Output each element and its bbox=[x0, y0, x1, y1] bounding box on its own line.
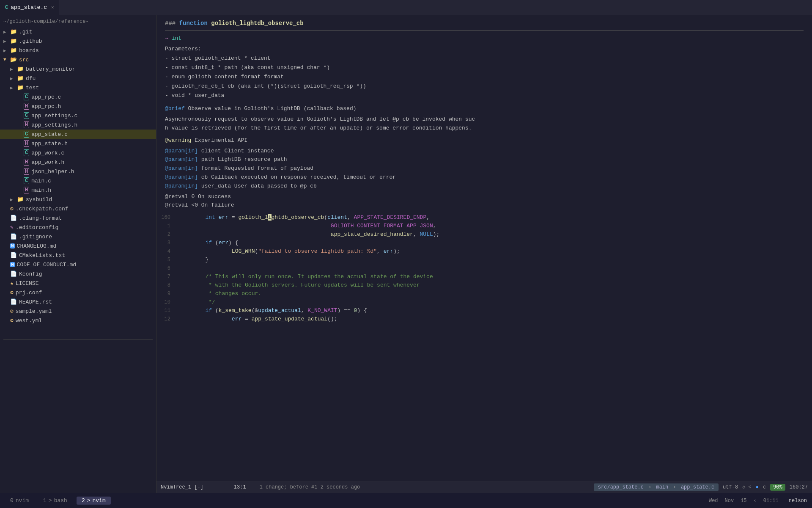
sidebar-item-west-yml[interactable]: ▶ ⚙ west.yml bbox=[0, 316, 156, 325]
sidebar-item-label: app_work.c bbox=[31, 150, 64, 156]
chevron-right-icon: ▶ bbox=[10, 85, 15, 91]
doc-param-user-data: @param[in] user_data User data passed to… bbox=[165, 182, 804, 191]
license-icon: ★ bbox=[10, 280, 14, 287]
sidebar-item-sysbuild[interactable]: ▶ 📁 sysbuild bbox=[0, 195, 156, 204]
scroll-percent: 90% bbox=[770, 484, 785, 491]
chevron-right-icon: ▶ bbox=[3, 39, 8, 44]
line-number: 2 bbox=[156, 230, 176, 239]
return-type: int bbox=[172, 35, 181, 41]
sidebar-item-sample-yaml[interactable]: ▶ ⚙ sample.yaml bbox=[0, 306, 156, 316]
sidebar-item-app-work-h[interactable]: ▶ H app_work.h bbox=[0, 157, 156, 167]
sidebar-item-app-settings-c[interactable]: ▶ C app_settings.c bbox=[0, 111, 156, 120]
terminal-tab-0-nvim[interactable]: 0 nvim bbox=[5, 497, 34, 505]
sidebar-item-label: json_helper.h bbox=[31, 168, 74, 175]
doc-param-2: - const uint8_t * path (aka const unsign… bbox=[165, 63, 804, 72]
file-icon: 📄 bbox=[10, 215, 17, 221]
sidebar-item-app-rpc-h[interactable]: ▶ H app_rpc.h bbox=[0, 102, 156, 111]
sidebar-item-clang-format[interactable]: ▶ 📄 .clang-format bbox=[0, 213, 156, 223]
sidebar-item-cmakelists[interactable]: ▶ 📄 CMakeLists.txt bbox=[0, 251, 156, 260]
sidebar-item-label: prj.conf bbox=[16, 290, 42, 296]
folder-icon: 📁 bbox=[10, 38, 17, 44]
sidebar-item-test[interactable]: ▶ 📁 test bbox=[0, 83, 156, 92]
doc-retval-neg: @retval <0 On failure bbox=[165, 201, 804, 210]
folder-icon: 📁 bbox=[17, 196, 24, 203]
tab-app-state-c[interactable]: C app_state.c × bbox=[0, 0, 59, 15]
doc-param-client: @param[in] client Client instance bbox=[165, 147, 804, 156]
sidebar-item-code-of-conduct[interactable]: ▶ M CODE_OF_CONDUCT.md bbox=[0, 260, 156, 269]
doc-desc-2: h value is retrieved (for the first time… bbox=[165, 124, 804, 133]
file-c-icon: C bbox=[24, 94, 29, 100]
term-tab-2-label: nvim bbox=[93, 497, 106, 504]
doc-param-cb: @param[in] cb Callback executed on respo… bbox=[165, 173, 804, 182]
sidebar-item-main-h[interactable]: ▶ H main.h bbox=[0, 185, 156, 195]
sidebar-item-label: sysbuild bbox=[26, 196, 52, 203]
terminal-bar: 0 nvim 1 > bash 2 > nvim Wed Nov 15 ‹ 01… bbox=[0, 493, 812, 508]
sidebar-item-json-helper-h[interactable]: ▶ H json_helper.h bbox=[0, 167, 156, 176]
file-icon: 📄 bbox=[10, 233, 17, 240]
breadcrumb-arrow: › bbox=[648, 484, 651, 490]
sidebar-item-dfu[interactable]: ▶ 📁 dfu bbox=[0, 74, 156, 83]
chevron-right-icon: ▶ bbox=[10, 197, 15, 202]
sidebar-item-app-rpc-c[interactable]: ▶ C app_rpc.c bbox=[0, 92, 156, 102]
line-content: int err = golioth_lightdb_observe_cb(cli… bbox=[176, 213, 812, 222]
sidebar-item-app-state-c[interactable]: ▶ C app_state.c bbox=[0, 130, 156, 139]
tab-close-button[interactable]: × bbox=[51, 5, 54, 10]
file-c-icon: C bbox=[5, 5, 8, 11]
file-c-icon: C bbox=[24, 149, 29, 156]
sidebar-item-src[interactable]: ▼ 📂 src bbox=[0, 55, 156, 64]
code-line-5: 5 } bbox=[156, 256, 812, 264]
main-area: ~/golioth-compile/reference- ▶ 📁 .git ▶ … bbox=[0, 15, 812, 493]
symbols-label: ◇ < bbox=[742, 484, 752, 490]
breadcrumb-fn: main bbox=[656, 484, 668, 490]
code-line-11: 11 if (k_sem_take(&update_actual, K_NO_W… bbox=[156, 306, 812, 315]
sidebar-item-app-work-c[interactable]: ▶ C app_work.c bbox=[0, 148, 156, 157]
line-number: 9 bbox=[156, 290, 176, 298]
terminal-right: Wed Nov 15 ‹ 01:11 nelson bbox=[709, 498, 807, 504]
sidebar-item-git[interactable]: ▶ 📁 .git bbox=[0, 27, 156, 36]
code-line-1: 1 GOLIOTH_CONTENT_FORMAT_APP_JSON, bbox=[156, 222, 812, 230]
tree-panel-pos: 13:1 bbox=[234, 484, 246, 490]
sidebar-item-github[interactable]: ▶ 📁 .github bbox=[0, 36, 156, 46]
sidebar-item-boards[interactable]: ▶ 📁 boards bbox=[0, 46, 156, 55]
doc-keyword: function bbox=[179, 20, 208, 27]
file-h-icon: H bbox=[24, 121, 29, 128]
file-c-icon: C bbox=[24, 112, 29, 119]
code-line-3: 3 if (err) { bbox=[156, 239, 812, 247]
editor-area: ### function golioth_lightdb_observe_cb … bbox=[156, 15, 812, 493]
folder-icon: 📁 bbox=[17, 84, 24, 91]
sidebar-item-prj-conf[interactable]: ▶ ⚙ prj.conf bbox=[0, 288, 156, 297]
doc-title-prefix: ### bbox=[165, 20, 179, 27]
sidebar-item-battery-monitor[interactable]: ▶ 📁 battery_monitor bbox=[0, 64, 156, 74]
sidebar-item-label: west.yml bbox=[16, 318, 42, 324]
line-number: 4 bbox=[156, 247, 176, 256]
code-section: 160 int err = golioth_lightdb_observe_cb… bbox=[156, 213, 812, 323]
sidebar-item-label: app_state.h bbox=[31, 141, 68, 147]
terminal-tab-1-bash[interactable]: 1 > bash bbox=[38, 497, 72, 505]
sidebar-item-main-c[interactable]: ▶ C main.c bbox=[0, 176, 156, 185]
lang-label: c bbox=[763, 484, 766, 490]
sidebar-item-label: CHANGELOG.md bbox=[17, 243, 57, 249]
term-tab-1-num: 1 bbox=[43, 497, 47, 504]
sidebar-item-kconfig[interactable]: ▶ 📄 Kconfig bbox=[0, 269, 156, 279]
sidebar-item-license[interactable]: ▶ ★ LICENSE bbox=[0, 279, 156, 288]
sidebar-item-label: Kconfig bbox=[19, 271, 42, 277]
git-status-text: 1 change; before #1 2 seconds ago bbox=[260, 484, 360, 490]
file-c-icon: C bbox=[24, 131, 29, 138]
terminal-tab-2-nvim[interactable]: 2 > nvim bbox=[77, 497, 111, 505]
sidebar-item-readme[interactable]: ▶ 📄 README.rst bbox=[0, 297, 156, 306]
sidebar-item-label: main.c bbox=[31, 178, 51, 184]
sidebar-item-gitignore[interactable]: ▶ 📄 .gitignore bbox=[0, 232, 156, 241]
sidebar-item-app-settings-h[interactable]: ▶ H app_settings.h bbox=[0, 120, 156, 130]
sidebar-item-checkpatch[interactable]: ▶ ⚙ .checkpatch.conf bbox=[0, 204, 156, 213]
sidebar-item-changelog[interactable]: ▶ M CHANGELOG.md bbox=[0, 241, 156, 251]
code-line-7: 7 /* This will only run once. It updates… bbox=[156, 273, 812, 281]
status-filepath: src/app_state.c › main › app_state.c bbox=[594, 483, 719, 491]
md-icon: M bbox=[10, 262, 15, 267]
doc-warning-tag: @warning bbox=[165, 137, 191, 144]
file-icon: 📄 bbox=[10, 252, 17, 259]
sidebar-item-app-state-h[interactable]: ▶ H app_state.h bbox=[0, 139, 156, 148]
line-content: /* This will only run once. It updates t… bbox=[176, 273, 812, 281]
line-content: LOG_WRN("failed to observe lightdb path:… bbox=[176, 247, 812, 256]
code-line-4: 4 LOG_WRN("failed to observe lightdb pat… bbox=[156, 247, 812, 256]
sidebar-item-editorconfig[interactable]: ▶ ✎ .editorconfig bbox=[0, 223, 156, 232]
